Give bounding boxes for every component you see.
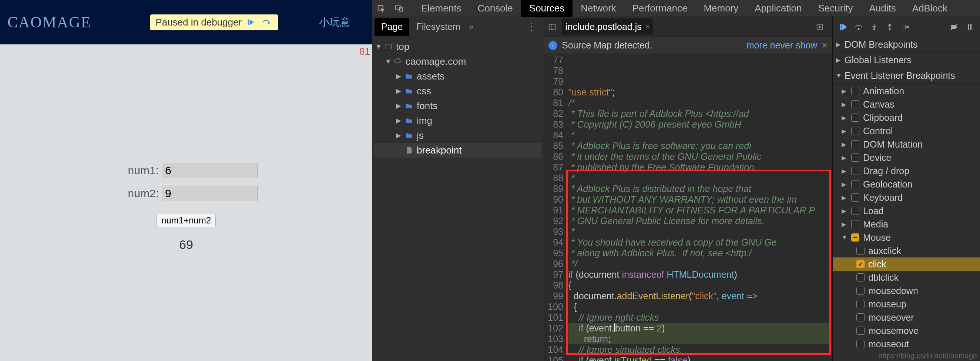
svg-point-9: [873, 29, 875, 30]
checkbox[interactable]: [851, 167, 859, 175]
page-number: 81: [360, 46, 370, 57]
checkbox[interactable]: [851, 127, 859, 135]
nav-link[interactable]: 小玩意: [319, 15, 365, 29]
checkbox[interactable]: [856, 313, 864, 321]
devtools-tab-audits[interactable]: Audits: [861, 0, 904, 17]
bp-category-control[interactable]: ▶Control: [842, 124, 980, 138]
checkbox[interactable]: [856, 260, 864, 268]
tree-domain[interactable]: ▼caomage.com: [374, 54, 541, 69]
folder-icon: [404, 86, 414, 96]
bp-category-dom-mutation[interactable]: ▶DOM Mutation: [842, 138, 980, 151]
num1-input[interactable]: [162, 163, 258, 178]
gutter: 7778798081828384858687888990919293949596…: [543, 54, 566, 361]
step-over-btn-icon[interactable]: [851, 20, 866, 34]
checkbox[interactable]: [851, 140, 859, 148]
tree-top[interactable]: ▼top: [374, 39, 541, 54]
bp-event-mouseup[interactable]: mouseup: [842, 297, 980, 311]
svg-rect-14: [970, 24, 972, 30]
code-tab[interactable]: include.postload.js×: [562, 19, 653, 35]
devtools-tab-memory[interactable]: Memory: [695, 0, 746, 17]
tree-folder-css[interactable]: ▶css: [374, 84, 541, 99]
sum-button[interactable]: num1+num2: [156, 214, 216, 227]
tree-folder-fonts[interactable]: ▶fonts: [374, 99, 541, 113]
step-over-icon[interactable]: [259, 17, 273, 28]
bp-event-click[interactable]: click: [833, 258, 980, 271]
section-global-listeners[interactable]: ▶Global Listeners: [833, 52, 980, 68]
tree-file-breakpoint[interactable]: breakpoint: [374, 143, 541, 157]
tree-folder-js[interactable]: ▶js: [374, 128, 541, 143]
devtools: ElementsConsoleSourcesNetworkPerformance…: [372, 0, 980, 361]
section-event-listener-breakpoints[interactable]: ▼Event Listener Breakpoints: [833, 68, 980, 84]
device-toggle-icon[interactable]: [391, 1, 406, 16]
num2-label: num2:: [115, 187, 159, 200]
devtools-tab-network[interactable]: Network: [573, 0, 624, 17]
close-info-icon[interactable]: ×: [822, 40, 827, 51]
frame-icon: [383, 42, 393, 51]
deactivate-bp-icon[interactable]: [947, 20, 961, 34]
bp-category-media[interactable]: ▶Media: [842, 218, 980, 231]
resume-icon[interactable]: [244, 17, 257, 28]
devtools-tab-console[interactable]: Console: [469, 0, 521, 17]
inspect-icon[interactable]: [374, 1, 388, 16]
checkbox[interactable]: [856, 247, 864, 255]
section-dom-breakpoints[interactable]: ▶DOM Breakpoints: [833, 37, 980, 52]
info-link[interactable]: more never show: [746, 40, 818, 51]
bp-category-canvas[interactable]: ▶Canvas: [842, 98, 980, 111]
bp-event-mouseout[interactable]: mouseout: [842, 337, 980, 351]
devtools-tab-sources[interactable]: Sources: [521, 0, 573, 17]
devtools-tab-application[interactable]: Application: [746, 0, 810, 17]
bp-category-keyboard[interactable]: ▶Keyboard: [842, 191, 980, 204]
resume-btn-icon[interactable]: [836, 20, 851, 34]
filesystem-tab[interactable]: Filesystem: [409, 18, 467, 36]
checkbox[interactable]: [856, 327, 864, 335]
checkbox[interactable]: [851, 234, 859, 242]
checkbox[interactable]: [856, 300, 864, 308]
step-into-icon[interactable]: [867, 20, 881, 34]
bp-event-mousemove[interactable]: mousemove: [842, 324, 980, 337]
checkbox[interactable]: [856, 274, 864, 281]
checkbox[interactable]: [851, 180, 859, 188]
devtools-tab-performance[interactable]: Performance: [624, 0, 696, 17]
bp-event-dblclick[interactable]: dblclick: [842, 271, 980, 284]
watermark: https://blog.csdn.net/caomage: [878, 352, 977, 360]
code-editor[interactable]: 7778798081828384858687888990919293949596…: [543, 54, 832, 361]
more-icon[interactable]: ⋮: [527, 21, 541, 33]
page-tab[interactable]: Page: [374, 18, 409, 36]
tree-folder-img[interactable]: ▶img: [374, 113, 541, 128]
bp-event-mousedown[interactable]: mousedown: [842, 284, 980, 297]
file-tree: ▼top ▼caomage.com ▶assets▶css▶fonts▶img▶…: [372, 37, 543, 361]
page-body: num1: num2: num1+num2 69: [0, 45, 372, 361]
bp-category-drag---drop[interactable]: ▶Drag / drop: [842, 164, 980, 178]
checkbox[interactable]: [856, 340, 864, 348]
chevron-right-icon[interactable]: »: [469, 22, 474, 32]
bp-category-animation[interactable]: ▶Animation: [842, 84, 980, 98]
checkbox[interactable]: [851, 220, 859, 228]
info-msg: Source Map detected.: [562, 40, 652, 51]
checkbox[interactable]: [851, 154, 859, 162]
bp-category-device[interactable]: ▶Device: [842, 151, 980, 164]
bp-category-geolocation[interactable]: ▶Geolocation: [842, 178, 980, 191]
checkbox[interactable]: [856, 287, 864, 295]
checkbox[interactable]: [851, 87, 859, 95]
pause-exceptions-icon[interactable]: [962, 20, 977, 34]
tree-folder-assets[interactable]: ▶assets: [374, 69, 541, 84]
close-icon[interactable]: ×: [646, 22, 650, 31]
checkbox[interactable]: [851, 114, 859, 122]
num2-input[interactable]: [162, 186, 258, 201]
bp-category-clipboard[interactable]: ▶Clipboard: [842, 111, 980, 124]
checkbox[interactable]: [851, 194, 859, 202]
sidebar-toggle-icon[interactable]: [546, 20, 559, 33]
step-out-icon[interactable]: [882, 20, 897, 34]
devtools-tab-adblock[interactable]: AdBlock: [904, 0, 956, 17]
bp-event-mouseover[interactable]: mouseover: [842, 311, 980, 324]
history-icon[interactable]: [813, 20, 826, 33]
step-icon[interactable]: [898, 20, 913, 34]
devtools-tab-elements[interactable]: Elements: [413, 0, 469, 17]
debugger-msg: Paused in debugger: [156, 17, 242, 28]
checkbox[interactable]: [851, 207, 859, 215]
devtools-tab-security[interactable]: Security: [810, 0, 861, 17]
bp-category-load[interactable]: ▶Load: [842, 204, 980, 218]
checkbox[interactable]: [851, 100, 859, 108]
bp-event-auxclick[interactable]: auxclick: [842, 244, 980, 258]
bp-category-mouse[interactable]: ▼Mouse: [842, 231, 980, 244]
